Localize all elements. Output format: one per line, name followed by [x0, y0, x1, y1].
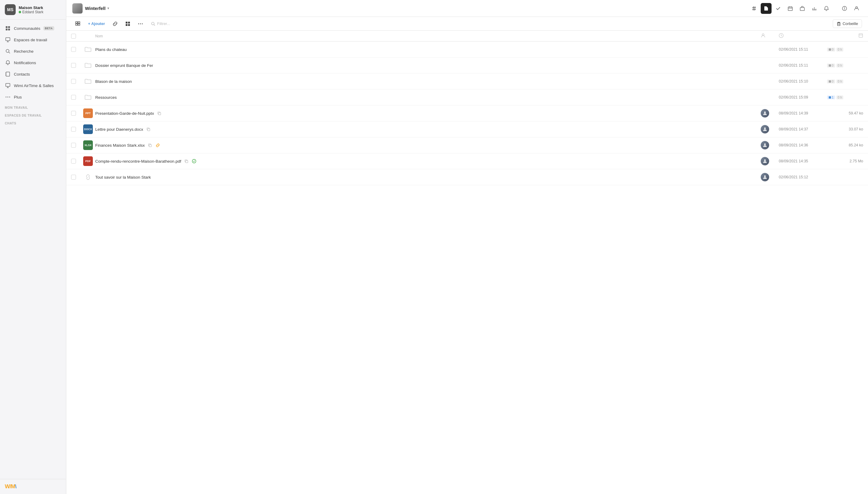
row-checkbox[interactable] — [71, 127, 83, 132]
copy-icon[interactable] — [184, 158, 189, 164]
sidebar-item-communautes[interactable]: Communautés BETA — [0, 23, 66, 34]
table-row[interactable]: XLSX Finances Maison Stark.xlsx — [66, 137, 868, 153]
folder-files-badge: 0 — [827, 79, 835, 83]
copy-icon[interactable] — [146, 127, 151, 132]
sidebar-item-plus[interactable]: Plus — [0, 91, 66, 103]
svg-rect-57 — [829, 64, 831, 66]
row-checkbox[interactable] — [71, 79, 83, 84]
grid-icon — [5, 25, 11, 31]
sidebar-item-notifications[interactable]: Notifications — [0, 57, 66, 69]
folder-icon — [83, 44, 93, 54]
row-checkbox[interactable] — [71, 143, 83, 148]
copy-icon[interactable] — [156, 111, 162, 116]
table-row[interactable]: Blason de la maison ⋯ 02/06/2021 15:10 0… — [66, 74, 868, 90]
row-checkbox[interactable] — [71, 159, 83, 164]
trash-btn[interactable]: Corbeille — [833, 19, 862, 28]
svg-line-20 — [755, 6, 755, 11]
table-row[interactable]: Tout savoir sur la Maison Stark ⋯ 02/06/… — [66, 169, 868, 185]
sidebar-nav: Communautés BETA Espaces de travail — [0, 20, 66, 479]
file-date: 08/09/2021 14:37 — [779, 127, 827, 131]
row-checkbox[interactable] — [71, 63, 83, 68]
svg-rect-13 — [6, 83, 10, 87]
header-date — [779, 33, 827, 39]
username: Eddard Stark — [22, 10, 43, 14]
svg-line-19 — [753, 6, 754, 11]
more-dots-icon — [5, 94, 11, 100]
svg-point-44 — [138, 23, 139, 24]
svg-point-16 — [6, 97, 7, 98]
link-active-icon[interactable] — [155, 142, 160, 148]
ppt-icon: PPT — [83, 109, 93, 118]
topbar-briefcase-btn[interactable] — [797, 3, 808, 14]
svg-rect-66 — [149, 145, 151, 147]
filter-search[interactable]: Filtrer... — [148, 20, 492, 28]
filter-placeholder: Filtrer... — [157, 21, 170, 26]
airtime-label: Wimi AirTime & Salles — [14, 83, 54, 88]
sidebar-item-airtime[interactable]: Wimi AirTime & Salles — [0, 80, 66, 91]
select-all-checkbox[interactable] — [71, 34, 76, 39]
check-icon[interactable] — [191, 158, 197, 164]
communautes-label: Communautés — [14, 26, 40, 31]
topbar-nav-icons — [749, 3, 832, 14]
workspace-icon — [5, 37, 11, 43]
file-name-text: Plans du chateau — [95, 47, 127, 52]
topbar-files-btn[interactable] — [761, 3, 772, 14]
svg-rect-36 — [76, 22, 77, 23]
table-row[interactable]: PDF Compte-rendu-rencontre-Maison-Barath… — [66, 153, 868, 169]
sidebar-item-contacts[interactable]: Contacts — [0, 69, 66, 80]
main-content: Winterfell ▼ — [66, 0, 868, 494]
file-date: 08/09/2021 14:36 — [779, 143, 827, 147]
table-row[interactable]: PPT Presentation-Garde-de-Nuit.pptx — [66, 106, 868, 121]
row-checkbox[interactable] — [71, 175, 83, 179]
row-checkbox[interactable] — [71, 47, 83, 52]
topbar-notifications-btn[interactable] — [821, 3, 832, 14]
table-row[interactable]: DOCX Lettre pour Daenerys.docx — [66, 121, 868, 137]
topbar-chart-btn[interactable] — [809, 3, 820, 14]
table-row[interactable]: Dossier emprunt Banque de Fer ⋯ 02/06/20… — [66, 58, 868, 74]
svg-rect-38 — [76, 24, 77, 25]
topbar-tasks-btn[interactable] — [773, 3, 783, 14]
toggle-view-btn[interactable] — [72, 20, 83, 28]
copy-icon[interactable] — [147, 142, 152, 148]
bell-icon — [5, 60, 11, 66]
svg-rect-56 — [829, 48, 831, 51]
sidebar-item-recherche[interactable]: Recherche — [0, 45, 66, 57]
sidebar-profile[interactable]: MS Maison Stark Eddard Stark — [0, 0, 66, 20]
workspace-logo — [72, 3, 82, 14]
table-row[interactable]: Ressources ⋯ 02/06/2021 15:09 1 0 h — [66, 90, 868, 106]
sidebar-item-espaces[interactable]: Espaces de travail — [0, 34, 66, 45]
link-btn[interactable] — [110, 20, 121, 28]
topbar-hashtag-btn[interactable] — [749, 3, 759, 14]
file-date: 02/06/2021 15:12 — [779, 175, 827, 179]
row-checkbox[interactable] — [71, 111, 83, 116]
topbar-info-btn[interactable] — [839, 3, 850, 14]
workspace-name-topbar[interactable]: Winterfell ▼ — [85, 6, 110, 11]
table-row[interactable]: Plans du chateau ⋯ 02/06/2021 15:11 0 0 … — [66, 42, 868, 58]
file-name-text: Tout savoir sur la Maison Stark — [95, 175, 151, 179]
folder-hours-badge: 0 h — [836, 48, 844, 52]
avatar — [761, 173, 769, 181]
file-date: 02/06/2021 15:11 — [779, 47, 827, 52]
file-date: 02/06/2021 15:11 — [779, 63, 827, 68]
espaces-label: Espaces de travail — [14, 38, 47, 42]
contacts-icon — [5, 71, 11, 77]
svg-rect-4 — [6, 38, 10, 41]
svg-rect-0 — [6, 26, 7, 28]
svg-point-72 — [764, 159, 766, 161]
file-size: 33.07 ko — [827, 127, 863, 131]
pdf-icon: PDF — [83, 156, 93, 166]
topbar-calendar-btn[interactable] — [785, 3, 796, 14]
file-name-text: Ressources — [95, 95, 117, 100]
svg-rect-49 — [837, 23, 840, 25]
grid-view-btn[interactable] — [122, 20, 133, 28]
more-options-btn[interactable] — [135, 20, 146, 28]
recherche-label: Recherche — [14, 49, 34, 54]
row-checkbox[interactable] — [71, 95, 83, 100]
svg-rect-2 — [6, 28, 7, 31]
topbar-user-settings-btn[interactable] — [851, 3, 862, 14]
svg-rect-37 — [78, 22, 80, 23]
add-file-btn[interactable]: + Ajouter — [85, 20, 108, 28]
svg-rect-1 — [8, 26, 10, 28]
beta-badge: BETA — [43, 26, 54, 31]
folder-files-badge: 0 — [827, 48, 835, 52]
